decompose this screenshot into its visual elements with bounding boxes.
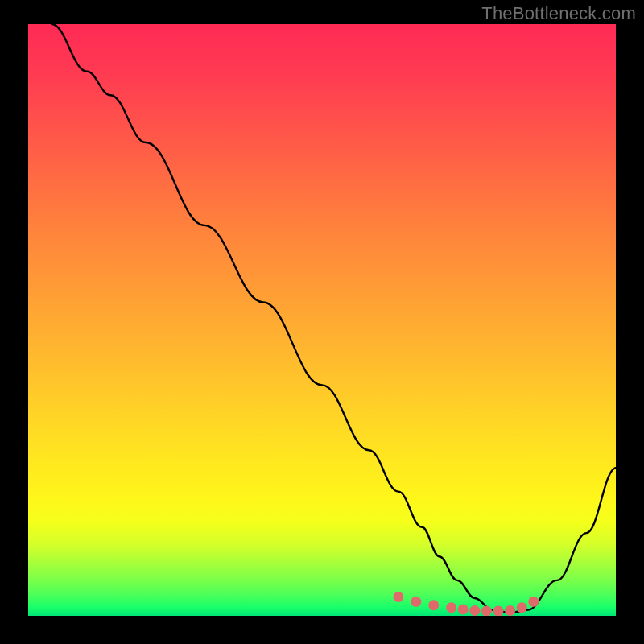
watermark-text: TheBottleneck.com bbox=[481, 3, 636, 24]
flat-marker-dot bbox=[469, 605, 480, 616]
flat-marker-dot bbox=[446, 602, 456, 613]
flat-marker-dot bbox=[411, 597, 421, 607]
flat-marker-dot bbox=[493, 606, 504, 616]
curve-svg bbox=[28, 24, 616, 616]
chart-frame: TheBottleneck.com bbox=[0, 0, 644, 644]
flat-marker-dot bbox=[481, 606, 492, 616]
flat-marker-dot bbox=[528, 597, 539, 607]
flat-marker-dot bbox=[517, 602, 527, 613]
flat-marker-dot bbox=[393, 592, 403, 602]
flat-marker-dot bbox=[428, 600, 439, 610]
flat-marker-dot bbox=[505, 605, 515, 616]
flat-marker-dot bbox=[458, 604, 469, 614]
plot-area bbox=[28, 24, 616, 616]
bottleneck-curve-path bbox=[52, 24, 616, 613]
